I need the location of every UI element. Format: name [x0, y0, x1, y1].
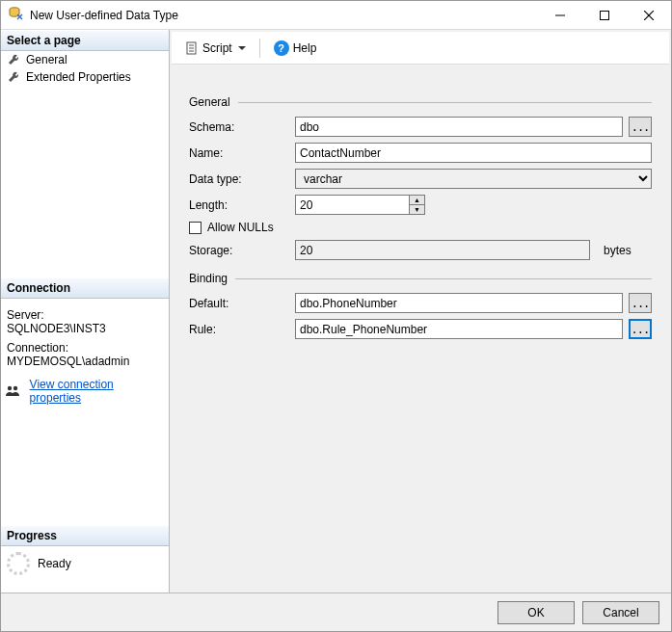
allow-nulls-checkbox[interactable]: Allow NULLs: [189, 221, 652, 234]
connection-header: Connection: [1, 277, 169, 299]
script-icon: [185, 41, 199, 55]
svg-point-5: [8, 386, 12, 390]
length-input[interactable]: [295, 195, 425, 215]
schema-label: Schema:: [189, 120, 295, 134]
page-item-label: Extended Properties: [26, 70, 131, 84]
checkbox-box-icon[interactable]: [189, 222, 202, 234]
app-icon: [9, 6, 24, 24]
datatype-select[interactable]: varchar: [295, 169, 652, 189]
divider: [238, 102, 652, 103]
server-value: SQLNODE3\INST3: [7, 322, 163, 335]
sidebar: Select a page General Extended Propertie…: [1, 30, 170, 592]
datatype-label: Data type:: [189, 172, 295, 186]
server-label: Server:: [7, 308, 163, 322]
toolbar-separator: [259, 39, 260, 58]
allow-nulls-label: Allow NULLs: [207, 221, 274, 234]
help-icon: ?: [274, 40, 289, 56]
group-label: General: [189, 95, 230, 109]
svg-point-6: [13, 386, 17, 390]
group-general: General: [189, 95, 652, 109]
schema-browse-button[interactable]: ...: [629, 117, 652, 137]
length-label: Length:: [189, 198, 295, 212]
svg-rect-2: [601, 11, 609, 19]
maximize-button[interactable]: [582, 1, 627, 30]
content-pane: Script ? Help General Schema:: [170, 30, 671, 592]
connection-info: Server: SQLNODE3\INST3 Connection: MYDEM…: [1, 299, 169, 372]
rule-label: Rule:: [189, 323, 295, 336]
default-browse-button[interactable]: ...: [629, 293, 652, 313]
page-item-extended-properties[interactable]: Extended Properties: [1, 68, 169, 86]
close-button[interactable]: [627, 1, 671, 30]
chevron-down-icon: [238, 46, 246, 50]
cancel-button[interactable]: Cancel: [582, 601, 659, 624]
group-binding: Binding: [189, 272, 652, 285]
connection-value: MYDEMOSQL\adadmin: [7, 355, 163, 368]
wrench-icon: [7, 70, 20, 84]
help-button[interactable]: ? Help: [268, 38, 323, 59]
progress-spinner-icon: [7, 552, 30, 575]
storage-input: [295, 240, 590, 260]
select-page-header: Select a page: [1, 30, 169, 51]
ok-button[interactable]: OK: [497, 601, 575, 624]
spinner-up-icon[interactable]: ▲: [409, 196, 424, 205]
dialog-footer: OK Cancel: [1, 592, 671, 631]
dialog-window: New User-defined Data Type Select a page…: [0, 0, 672, 632]
spinner-down-icon[interactable]: ▼: [409, 205, 424, 214]
divider: [235, 278, 652, 279]
view-connection-properties-link[interactable]: View connection properties: [30, 378, 165, 405]
wrench-icon: [7, 53, 20, 66]
toolbar: Script ? Help: [172, 32, 669, 65]
schema-input[interactable]: [295, 117, 623, 137]
progress-header: Progress: [1, 525, 169, 546]
view-connection-properties[interactable]: View connection properties: [1, 372, 169, 410]
help-label: Help: [293, 41, 317, 55]
storage-label: Storage:: [189, 244, 295, 257]
default-input[interactable]: [295, 293, 623, 313]
window-title: New User-defined Data Type: [30, 9, 178, 22]
rule-input[interactable]: [295, 319, 623, 339]
script-label: Script: [202, 41, 232, 55]
progress-row: Ready: [1, 546, 169, 581]
name-input[interactable]: [295, 143, 652, 163]
rule-browse-button[interactable]: ...: [629, 319, 652, 339]
group-label: Binding: [189, 272, 228, 285]
name-label: Name:: [189, 146, 295, 160]
default-label: Default:: [189, 297, 295, 310]
people-icon: [5, 384, 20, 398]
titlebar: New User-defined Data Type: [1, 1, 671, 30]
length-spinner[interactable]: ▲ ▼: [409, 196, 424, 214]
minimize-button[interactable]: [538, 1, 582, 30]
script-button[interactable]: Script: [179, 39, 252, 58]
page-item-general[interactable]: General: [1, 51, 169, 68]
page-item-label: General: [26, 53, 67, 66]
form-area: General Schema: ... Name:: [172, 65, 669, 591]
progress-status: Ready: [38, 557, 71, 570]
connection-label: Connection:: [7, 341, 163, 355]
storage-unit: bytes: [604, 244, 652, 257]
